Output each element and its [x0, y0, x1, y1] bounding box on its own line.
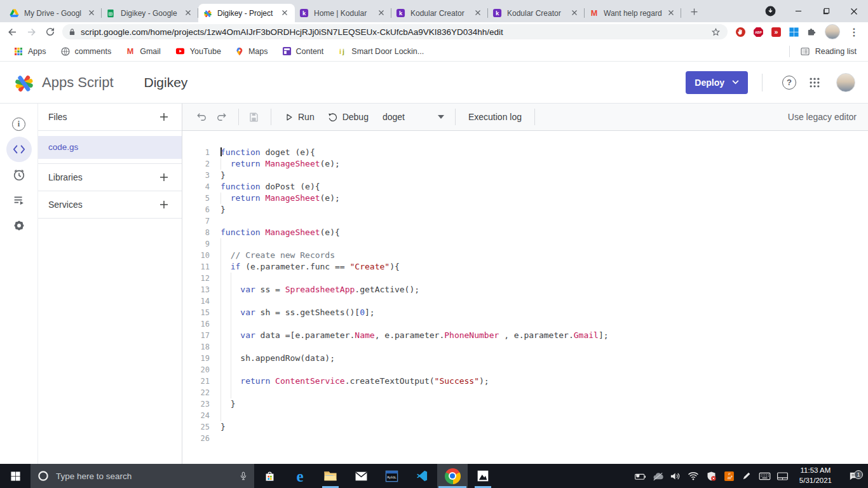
taskbar-app-vscode[interactable] [407, 464, 437, 488]
code-line[interactable]: 17 var data =[e.parameter.Name, e.parame… [182, 330, 868, 341]
debug-button[interactable]: Debug [321, 107, 375, 127]
code-line[interactable]: 23 } [182, 398, 868, 410]
tab-close-icon[interactable] [377, 8, 387, 18]
run-button[interactable]: Run [278, 107, 321, 127]
taskbar-app-mysql[interactable]: MySQL [376, 464, 407, 488]
tab-close-icon[interactable] [184, 8, 194, 18]
tab-close-icon[interactable] [87, 8, 97, 18]
bookmark-item[interactable]: Apps [8, 44, 52, 58]
code-line[interactable]: 1function doget (e){ [182, 147, 868, 158]
add-service-icon[interactable] [156, 197, 172, 212]
code-line[interactable]: 3} [182, 170, 868, 181]
taskbar-app-mail[interactable] [346, 464, 376, 488]
add-library-icon[interactable] [156, 170, 172, 185]
tray-speaker-icon[interactable] [670, 470, 682, 482]
file-item-code-gs[interactable]: code.gs [38, 136, 182, 159]
tray-java-icon[interactable] [723, 470, 735, 482]
code-line[interactable]: 26 [182, 433, 868, 444]
deploy-button[interactable]: Deploy [686, 71, 748, 94]
browser-update-icon[interactable] [756, 0, 784, 22]
action-center-button[interactable]: 1 [843, 471, 864, 482]
browser-tab[interactable]: My Drive - Googl [5, 4, 102, 22]
use-legacy-editor-link[interactable]: Use legacy editor [788, 112, 857, 122]
code-line[interactable]: 4function doPost (e){ [182, 181, 868, 193]
taskbar-app-photos[interactable] [468, 464, 498, 488]
sidebar-item-overview[interactable]: i [6, 111, 32, 137]
tab-close-icon[interactable] [570, 8, 580, 18]
tab-close-icon[interactable] [280, 8, 290, 18]
bookmark-item[interactable]: Maps [229, 44, 274, 58]
puzzle-extension-icon[interactable] [806, 27, 817, 37]
tray-pen-icon[interactable] [741, 470, 753, 482]
browser-tab[interactable]: kHome | Kodular [295, 4, 391, 22]
code-line[interactable]: 21 return ContentService.createTextOutpu… [182, 376, 868, 387]
product-name[interactable]: Apps Script [42, 74, 114, 91]
taskbar-search-box[interactable]: Type here to search [31, 464, 254, 488]
code-line[interactable]: 2 return ManageSheet(e); [182, 158, 868, 170]
bookmark-item[interactable]: YouTube [169, 44, 227, 58]
bookmark-star-icon[interactable] [710, 27, 721, 37]
code-line[interactable]: 25} [182, 421, 868, 433]
tray-wifi-icon[interactable] [688, 470, 700, 482]
code-line[interactable]: 15 var sh = ss.getSheets()[0]; [182, 307, 868, 318]
code-line[interactable]: 10 // Create new Records [182, 250, 868, 261]
new-tab-button[interactable] [685, 3, 703, 20]
windows-extension-icon[interactable] [789, 27, 799, 37]
code-line[interactable]: 13 var ss = SpreadsheetApp.getActive(); [182, 284, 868, 295]
adblock-extension-icon[interactable] [735, 27, 746, 37]
code-line[interactable]: 19 sh.appendRow(data); [182, 353, 868, 364]
project-title[interactable]: Digikey [144, 75, 188, 90]
bookmark-item[interactable]: MGmail [119, 44, 166, 58]
taskbar-app-store[interactable] [254, 464, 285, 488]
taskbar-app-edge[interactable]: e [285, 464, 315, 488]
undo-icon[interactable] [194, 109, 210, 125]
tray-defender-icon[interactable] [705, 470, 717, 482]
code-line[interactable]: 9 [182, 238, 868, 250]
code-line[interactable]: 24 [182, 410, 868, 421]
bookmark-item[interactable]: ijSmart Door Lockin... [332, 44, 430, 58]
apps-script-logo-icon[interactable] [13, 72, 36, 93]
tray-battery-icon[interactable] [634, 470, 646, 482]
sidebar-item-settings[interactable] [6, 213, 32, 238]
start-button[interactable] [0, 464, 31, 488]
code-line[interactable]: 20 [182, 364, 868, 376]
function-selector[interactable]: doget [375, 107, 449, 127]
execution-log-button[interactable]: Execution log [462, 107, 528, 127]
fvd-extension-icon[interactable]: » [771, 27, 782, 37]
save-icon[interactable] [245, 109, 262, 125]
maximize-button[interactable] [812, 0, 840, 22]
google-apps-grid-icon[interactable] [802, 70, 827, 95]
code-line[interactable]: 5 return ManageSheet(e); [182, 193, 868, 204]
code-line[interactable]: 16 [182, 318, 868, 330]
add-file-icon[interactable] [156, 109, 172, 125]
tab-close-icon[interactable] [667, 8, 677, 18]
browser-profile-avatar[interactable] [825, 24, 840, 39]
code-line[interactable]: 22 [182, 387, 868, 398]
tab-close-icon[interactable] [473, 8, 484, 18]
close-button[interactable] [840, 0, 868, 22]
sidebar-item-executions[interactable] [6, 187, 32, 213]
code-editor[interactable]: 1function doget (e){2 return ManageSheet… [182, 131, 868, 464]
browser-tab[interactable]: Digikey - Project [198, 4, 295, 22]
browser-tab[interactable]: Digikey - Google [102, 4, 198, 22]
taskbar-clock[interactable]: 11:53 AM 5/31/2021 [794, 466, 837, 485]
bookmark-item[interactable]: comments [55, 44, 118, 58]
browser-tab[interactable]: kKodular Creator [488, 4, 585, 22]
code-line[interactable]: 7 [182, 215, 868, 227]
code-line[interactable]: 12 [182, 273, 868, 284]
address-bar[interactable]: script.google.com/home/projects/1zw4OmAI… [62, 24, 728, 39]
browser-menu-icon[interactable]: ⋮ [845, 26, 863, 38]
browser-tab[interactable]: MWant help regard [585, 4, 681, 22]
browser-tab[interactable]: kKodular Creator [391, 4, 488, 22]
tray-touchpad-icon[interactable] [776, 470, 789, 482]
forward-icon[interactable] [24, 25, 38, 39]
sidebar-item-editor[interactable] [6, 137, 32, 162]
bookmark-item[interactable]: Content [276, 44, 330, 58]
reload-icon[interactable] [43, 25, 57, 39]
code-line[interactable]: 11 if (e.parameter.func == "Create"){ [182, 261, 868, 273]
code-line[interactable]: 6} [182, 204, 868, 215]
minimize-button[interactable] [784, 0, 812, 22]
account-avatar[interactable] [836, 73, 855, 92]
tray-keyboard-icon[interactable] [759, 470, 771, 482]
code-line[interactable]: 14 [182, 295, 868, 307]
